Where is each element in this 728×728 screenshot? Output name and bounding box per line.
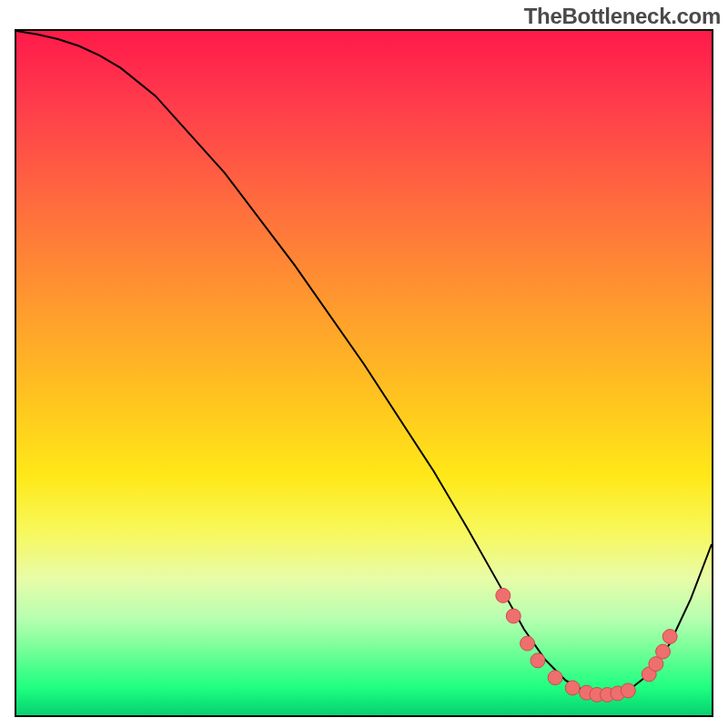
data-marker bbox=[521, 636, 535, 651]
bottleneck-curve bbox=[16, 31, 712, 694]
curve-svg bbox=[16, 31, 712, 715]
data-marker bbox=[565, 681, 580, 695]
data-marker bbox=[662, 630, 677, 644]
chart-container: TheBottleneck.com bbox=[0, 0, 728, 728]
data-marker bbox=[531, 653, 545, 668]
marker-layer bbox=[496, 588, 677, 702]
plot-area bbox=[15, 29, 713, 717]
data-marker bbox=[621, 683, 635, 698]
curve-layer bbox=[16, 31, 712, 694]
data-marker bbox=[656, 644, 671, 659]
data-marker bbox=[496, 588, 511, 602]
data-marker bbox=[506, 609, 521, 623]
data-marker bbox=[548, 671, 562, 685]
watermark-text: TheBottleneck.com bbox=[524, 4, 721, 29]
